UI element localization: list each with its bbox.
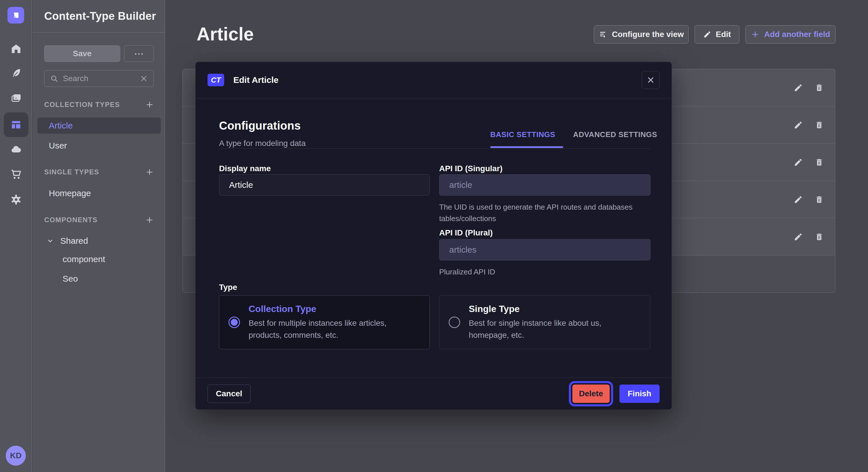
configurations-subtitle: A type for modeling data xyxy=(219,139,306,148)
search-icon xyxy=(50,74,58,82)
rail-item-marketplace[interactable] xyxy=(0,165,32,183)
feather-icon xyxy=(10,67,22,79)
settings-tabs: BASIC SETTINGS ADVANCED SETTINGS xyxy=(490,130,657,139)
search-box xyxy=(44,70,154,87)
configure-view-button[interactable]: Configure the view xyxy=(594,25,689,43)
sidebar: Content-Type Builder Save ⋯ COLLECTION T… xyxy=(33,0,165,472)
finish-button[interactable]: Finish xyxy=(619,384,660,403)
delete-field-button[interactable] xyxy=(815,83,824,92)
user-avatar[interactable]: KD xyxy=(6,446,26,466)
api-id-singular-input[interactable] xyxy=(439,174,650,196)
avatar-initials: KD xyxy=(10,451,22,460)
display-name-input[interactable] xyxy=(219,174,430,196)
single-type-description: Best for single instance like about us, … xyxy=(469,317,641,341)
edit-field-button[interactable] xyxy=(794,195,803,204)
sidebar-item-user[interactable]: User xyxy=(37,138,161,154)
edit-field-button[interactable] xyxy=(794,83,803,92)
single-type-radio[interactable] xyxy=(448,316,460,328)
cancel-button[interactable]: Cancel xyxy=(208,384,251,403)
search-input[interactable] xyxy=(63,74,135,83)
close-icon xyxy=(646,76,655,84)
pencil-icon xyxy=(794,158,803,167)
sidebar-item-homepage[interactable]: Homepage xyxy=(37,185,161,201)
save-button[interactable]: Save xyxy=(44,45,120,62)
collection-type-title: Collection Type xyxy=(249,304,418,314)
strapi-logo[interactable] xyxy=(7,7,24,24)
api-id-plural-input[interactable] xyxy=(439,239,650,260)
api-id-singular-label: API ID (Singular) xyxy=(439,164,503,173)
collection-types-header: COLLECTION TYPES xyxy=(44,100,154,109)
edit-article-modal: CT Edit Article Configurations A type fo… xyxy=(195,62,672,409)
delete-field-button[interactable] xyxy=(815,158,824,167)
add-single-type-icon[interactable] xyxy=(145,168,154,176)
modal-header: CT Edit Article xyxy=(195,62,672,99)
gear-icon xyxy=(10,194,22,206)
delete-field-button[interactable] xyxy=(815,195,824,204)
rail-item-settings[interactable] xyxy=(0,191,32,209)
rail-item-media-library[interactable] xyxy=(0,89,32,107)
delete-button[interactable]: Delete xyxy=(572,384,610,403)
tabs-divider xyxy=(219,148,650,149)
pencil-icon xyxy=(703,30,711,38)
trash-icon xyxy=(815,83,824,92)
single-type-card[interactable]: Single Type Best for single instance lik… xyxy=(439,295,650,349)
api-id-plural-label: API ID (Plural) xyxy=(439,228,493,237)
api-id-singular-hint: The UID is used to generate the API rout… xyxy=(439,201,640,224)
delete-field-button[interactable] xyxy=(815,121,824,129)
edit-button[interactable]: Edit xyxy=(694,25,739,43)
single-types-header: SINGLE TYPES xyxy=(44,168,154,176)
ellipsis-icon: ⋯ xyxy=(134,48,144,59)
clear-search-icon[interactable] xyxy=(140,74,148,82)
configurations-heading: Configurations xyxy=(219,119,301,132)
rail-item-content-type-builder[interactable] xyxy=(4,112,28,137)
single-type-title: Single Type xyxy=(469,304,641,314)
edit-field-button[interactable] xyxy=(794,232,803,241)
edit-field-button[interactable] xyxy=(794,158,803,167)
components-header: COMPONENTS xyxy=(44,216,154,224)
trash-icon xyxy=(815,158,824,167)
sidebar-group-shared[interactable]: Shared xyxy=(37,233,161,249)
add-collection-type-icon[interactable] xyxy=(145,100,154,109)
media-library-icon xyxy=(10,92,22,104)
edit-field-button[interactable] xyxy=(794,121,803,130)
page-title: Article xyxy=(197,24,254,45)
trash-icon xyxy=(815,195,824,204)
sidebar-item-article[interactable]: Article xyxy=(37,117,161,134)
pencil-icon xyxy=(794,232,803,241)
home-icon xyxy=(10,43,22,55)
filter-lines-icon xyxy=(599,30,608,39)
collection-type-radio[interactable] xyxy=(228,316,240,328)
cloud-icon xyxy=(10,143,22,156)
pencil-icon xyxy=(794,83,803,92)
sidebar-item-seo[interactable]: Seo xyxy=(37,271,161,287)
api-id-plural-hint: Pluralized API ID xyxy=(439,266,495,278)
rail-item-home[interactable] xyxy=(0,40,32,58)
more-options-button[interactable]: ⋯ xyxy=(124,45,154,62)
nav-rail: KD xyxy=(0,0,32,472)
modal-footer: Cancel Delete Finish xyxy=(195,377,672,409)
plus-icon xyxy=(751,30,760,39)
collection-type-card[interactable]: Collection Type Best for multiple instan… xyxy=(219,295,430,349)
trash-icon xyxy=(815,233,824,241)
type-label: Type xyxy=(219,283,237,292)
rail-item-releases[interactable] xyxy=(0,140,32,159)
sidebar-item-component[interactable]: component xyxy=(37,251,161,267)
strapi-logo-icon xyxy=(11,11,20,20)
tab-advanced-settings[interactable]: ADVANCED SETTINGS xyxy=(573,130,657,139)
rail-item-content-manager[interactable] xyxy=(0,64,32,82)
collection-type-description: Best for multiple instances like article… xyxy=(249,317,418,341)
trash-icon xyxy=(815,121,824,129)
pencil-icon xyxy=(794,195,803,204)
cart-icon xyxy=(10,168,22,180)
delete-field-button[interactable] xyxy=(815,233,824,241)
add-component-icon[interactable] xyxy=(145,216,154,224)
content-type-badge: CT xyxy=(208,74,224,86)
sidebar-header: Content-Type Builder xyxy=(33,0,164,33)
display-name-label: Display name xyxy=(219,164,271,173)
content-type-builder-icon xyxy=(10,119,22,131)
chevron-down-icon xyxy=(46,237,54,245)
sidebar-title: Content-Type Builder xyxy=(44,10,156,22)
close-modal-button[interactable] xyxy=(642,71,660,89)
tab-basic-settings[interactable]: BASIC SETTINGS xyxy=(490,130,555,139)
add-another-field-button[interactable]: Add another field xyxy=(745,25,836,43)
